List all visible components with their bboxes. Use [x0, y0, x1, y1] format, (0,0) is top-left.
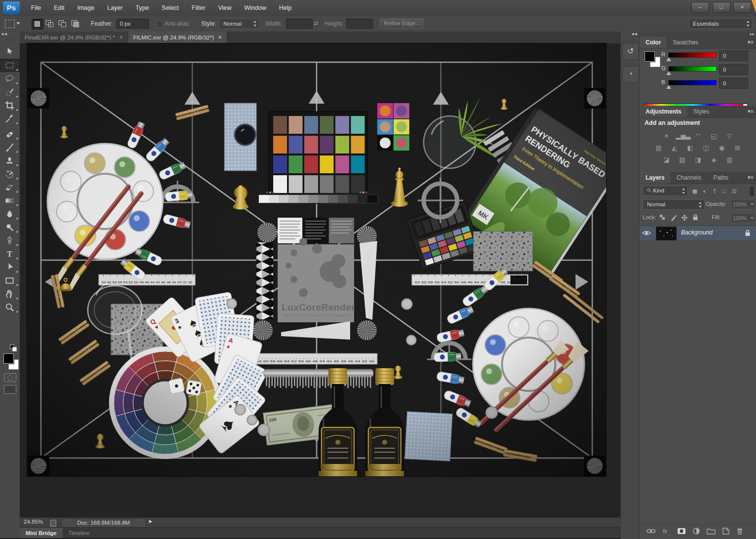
new-group-icon[interactable]: [707, 528, 716, 537]
vibrance-icon[interactable]: ▽: [723, 132, 736, 141]
delete-layer-trash-icon[interactable]: [736, 528, 743, 537]
opacity-field[interactable]: 100%: [730, 199, 755, 209]
tab-styles[interactable]: Styles: [687, 106, 716, 117]
levels-icon[interactable]: ▂▅▃: [676, 132, 689, 141]
new-adjustment-layer-icon[interactable]: [693, 528, 700, 537]
type-filter-icon[interactable]: T: [710, 187, 720, 195]
channel-mixer-icon[interactable]: ◉: [716, 144, 728, 153]
new-layer-icon[interactable]: [722, 528, 729, 537]
quick-selection-tool[interactable]: [0, 85, 20, 99]
curves-icon[interactable]: ◠: [692, 132, 705, 141]
color-lookup-icon[interactable]: ⊞: [731, 144, 744, 153]
channel-slider-handle[interactable]: [666, 85, 671, 89]
dock-collapse-icon[interactable]: ◀◀: [631, 32, 638, 36]
tab-close-icon[interactable]: ×: [218, 34, 222, 41]
gradient-tool[interactable]: [0, 194, 20, 207]
menu-window[interactable]: Window: [238, 0, 272, 16]
tool-panel-expand-icon[interactable]: ▶▶: [2, 32, 8, 36]
lock-position-icon[interactable]: [681, 214, 688, 223]
tab-timeline[interactable]: Timeline: [63, 528, 96, 539]
width-input[interactable]: [286, 19, 313, 29]
foreground-color-swatch[interactable]: [645, 51, 655, 62]
brush-tool[interactable]: [0, 141, 20, 154]
filter-toggle[interactable]: [749, 186, 755, 196]
status-flyout-arrow-icon[interactable]: ▶: [149, 519, 152, 524]
hand-tool[interactable]: [0, 287, 20, 301]
zoom-level-field[interactable]: 24.85%: [24, 519, 43, 525]
channel-value-field[interactable]: 0: [719, 64, 748, 75]
exposure-icon[interactable]: ◱: [708, 132, 720, 141]
history-brush-tool[interactable]: [0, 167, 20, 181]
tab-layers[interactable]: Layers: [640, 172, 671, 184]
close-button[interactable]: ×: [733, 2, 751, 13]
document-image[interactable]: LuxCoreRender OPEN SOURCE PHYSICALLY BAS…: [27, 43, 606, 476]
tab-paths[interactable]: Paths: [707, 172, 734, 184]
menu-help[interactable]: Help: [273, 0, 298, 16]
crop-tool[interactable]: [0, 99, 20, 112]
refine-edge-button[interactable]: Refine Edge...: [380, 18, 424, 29]
layer-style-fx-icon[interactable]: fx: [662, 528, 670, 537]
tab-swatches[interactable]: Swatches: [667, 37, 704, 48]
rectangular-marquee-tool[interactable]: [0, 59, 20, 72]
tool-preset-arrow-icon[interactable]: [16, 22, 20, 25]
pen-tool[interactable]: [0, 234, 20, 247]
adjustment-filter-icon[interactable]: ◐: [700, 187, 710, 195]
path-selection-tool[interactable]: [0, 261, 20, 274]
channel-slider-bar[interactable]: [668, 80, 717, 85]
shape-filter-icon[interactable]: □: [720, 187, 729, 195]
menu-view[interactable]: View: [212, 0, 238, 16]
tab-close-icon[interactable]: ×: [119, 34, 123, 41]
channel-slider-handle[interactable]: [666, 71, 671, 75]
lasso-tool[interactable]: [0, 72, 20, 85]
tool-preset-icon[interactable]: [5, 20, 15, 28]
link-layers-icon[interactable]: [647, 528, 655, 537]
selection-intersect-button[interactable]: [70, 19, 81, 29]
panel-menu-icon[interactable]: ▾≡: [748, 39, 754, 45]
eyedropper-tool[interactable]: [0, 112, 20, 125]
maximize-button[interactable]: □: [713, 2, 730, 13]
selection-new-button[interactable]: [32, 19, 43, 30]
selective-color-icon[interactable]: ◈: [708, 155, 720, 164]
foreground-color-swatch[interactable]: [3, 353, 14, 364]
tab-color[interactable]: Color: [640, 37, 667, 48]
add-layer-mask-icon[interactable]: [677, 528, 686, 537]
history-panel-icon[interactable]: ↺: [622, 43, 639, 60]
rectangle-tool[interactable]: [0, 274, 20, 287]
zoom-tool[interactable]: [0, 301, 20, 314]
black-white-icon[interactable]: ◧: [684, 144, 697, 153]
dodge-tool[interactable]: [0, 221, 20, 234]
menu-layer[interactable]: Layer: [101, 0, 129, 16]
layer-thumbnail[interactable]: [656, 227, 677, 240]
brightness-contrast-icon[interactable]: ☀: [660, 132, 673, 141]
tool-panel-grip[interactable]: [4, 38, 15, 41]
lock-pixels-icon[interactable]: [670, 214, 677, 223]
blur-tool[interactable]: [0, 207, 20, 221]
move-tool[interactable]: [0, 45, 20, 59]
photo-filter-icon[interactable]: ◫: [700, 144, 713, 153]
smart-object-filter-icon[interactable]: ⊡: [729, 187, 739, 195]
posterize-icon[interactable]: ▨: [676, 155, 689, 164]
antialias-checkbox[interactable]: [156, 21, 163, 28]
eraser-tool[interactable]: [0, 181, 20, 194]
gradient-map-icon[interactable]: ▥: [723, 155, 736, 164]
channel-slider-bar[interactable]: [668, 52, 717, 58]
menu-select[interactable]: Select: [155, 0, 185, 16]
layer-visibility-eye-icon[interactable]: [640, 226, 654, 240]
panel-menu-icon[interactable]: ▾≡: [748, 108, 754, 115]
clone-stamp-tool[interactable]: [0, 154, 20, 167]
panel-collapse-strip[interactable]: ▶▶: [640, 32, 756, 37]
channel-value-field[interactable]: 0: [719, 78, 748, 89]
document-tab-0[interactable]: FInalEXR.exr @ 24.9% (RGB/32*) *×: [20, 32, 128, 43]
selection-add-button[interactable]: [44, 19, 55, 29]
feather-input[interactable]: 0 px: [116, 19, 149, 29]
invert-icon[interactable]: ◪: [660, 155, 673, 164]
selection-subtract-button[interactable]: [57, 19, 68, 29]
tab-adjustments[interactable]: Adjustments: [640, 106, 687, 117]
pixel-filter-icon[interactable]: ▦: [690, 187, 700, 195]
channel-slider-handle[interactable]: [666, 57, 671, 61]
spot-healing-brush-tool[interactable]: [0, 127, 20, 141]
menu-filter[interactable]: Filter: [185, 0, 212, 16]
type-tool[interactable]: T: [0, 247, 20, 261]
menu-edit[interactable]: Edit: [47, 0, 71, 16]
menu-file[interactable]: File: [25, 0, 47, 16]
